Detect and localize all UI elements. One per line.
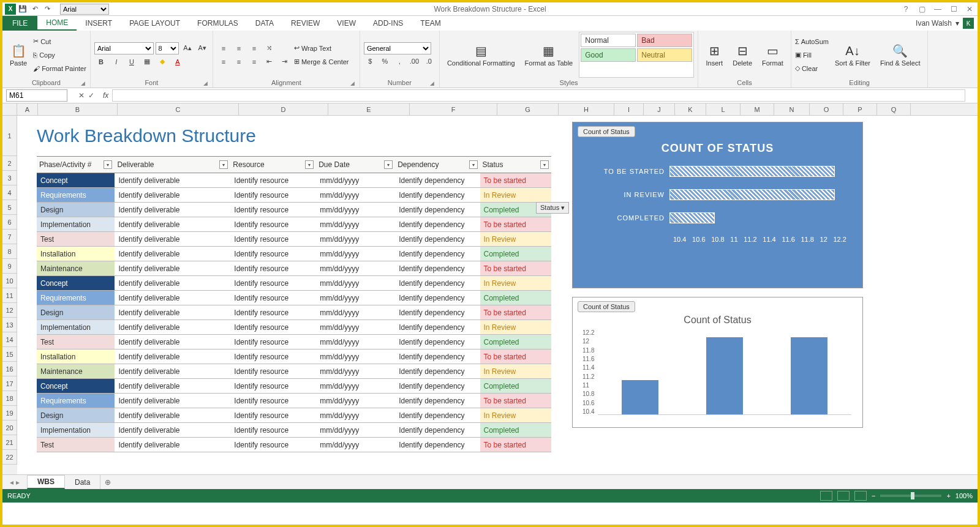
- font-color-button[interactable]: A: [171, 56, 184, 68]
- filter-icon[interactable]: ▾: [469, 160, 478, 169]
- currency-icon[interactable]: $: [364, 55, 377, 67]
- col-header[interactable]: K: [675, 103, 706, 115]
- decrease-font-icon[interactable]: A▾: [196, 42, 209, 54]
- delete-button[interactable]: ⊟Delete: [729, 32, 756, 78]
- align-bottom-icon[interactable]: ≡: [247, 42, 261, 54]
- ribbon-options-icon[interactable]: ▢: [916, 5, 927, 13]
- dialog-launcher-icon[interactable]: ◢: [350, 80, 355, 86]
- table-header[interactable]: Status▾: [480, 157, 552, 173]
- table-row[interactable]: DesignIdentify deliverableIdentify resou…: [37, 203, 551, 217]
- col-header[interactable]: G: [497, 103, 559, 115]
- tab-insert[interactable]: INSERT: [77, 16, 121, 31]
- comma-icon[interactable]: ,: [393, 55, 406, 67]
- row-header[interactable]: 17: [2, 376, 17, 391]
- format-painter-button[interactable]: 🖌Format Painter: [33, 62, 86, 75]
- tab-file[interactable]: FILE: [2, 16, 37, 31]
- filter-icon[interactable]: ▾: [219, 160, 228, 169]
- col-header[interactable]: H: [559, 103, 614, 115]
- style-neutral[interactable]: Neutral: [637, 48, 692, 62]
- add-sheet-button[interactable]: ⊕: [100, 475, 115, 489]
- maximize-icon[interactable]: ☐: [948, 5, 959, 13]
- close-icon[interactable]: ✕: [964, 5, 975, 13]
- table-row[interactable]: InstallationIdentify deliverableIdentify…: [37, 247, 551, 261]
- row-header[interactable]: 22: [2, 450, 17, 465]
- align-top-icon[interactable]: ≡: [217, 42, 230, 54]
- row-header[interactable]: 1: [2, 116, 17, 156]
- dialog-launcher-icon[interactable]: ◢: [203, 80, 208, 86]
- table-row[interactable]: MaintenanceIdentify deliverableIdentify …: [37, 261, 551, 276]
- row-header[interactable]: 9: [2, 259, 17, 274]
- wrap-text-button[interactable]: ↩Wrap Text: [294, 42, 349, 55]
- chart-count-of-status-v[interactable]: Count of Status Count of Status 12.21211…: [572, 297, 863, 428]
- cell-styles-gallery[interactable]: Normal Bad Good Neutral: [579, 32, 694, 78]
- col-header[interactable]: J: [644, 103, 675, 115]
- table-row[interactable]: MaintenanceIdentify deliverableIdentify …: [37, 364, 551, 379]
- increase-indent-icon[interactable]: ⇥: [278, 56, 292, 68]
- minimize-icon[interactable]: —: [932, 5, 943, 13]
- col-header[interactable]: L: [706, 103, 741, 115]
- cancel-formula-icon[interactable]: ✕: [78, 91, 85, 100]
- cut-button[interactable]: ✂Cut: [33, 35, 86, 48]
- tab-home[interactable]: HOME: [37, 16, 77, 31]
- col-header[interactable]: M: [741, 103, 774, 115]
- insert-button[interactable]: ⊞Insert: [702, 32, 726, 78]
- col-header[interactable]: B: [38, 103, 118, 115]
- percent-icon[interactable]: %: [379, 55, 391, 67]
- align-middle-icon[interactable]: ≡: [232, 42, 246, 54]
- tab-formulas[interactable]: FORMULAS: [189, 16, 247, 31]
- tab-page-layout[interactable]: PAGE LAYOUT: [121, 16, 189, 31]
- underline-button[interactable]: U: [125, 56, 138, 68]
- table-header[interactable]: Deliverable▾: [115, 157, 230, 173]
- qat-font-select[interactable]: Arial: [60, 4, 109, 15]
- filter-icon[interactable]: ▾: [104, 160, 112, 169]
- style-normal[interactable]: Normal: [581, 34, 636, 47]
- increase-font-icon[interactable]: A▴: [181, 42, 194, 54]
- merge-center-button[interactable]: ⊞Merge & Center: [294, 55, 349, 69]
- table-row[interactable]: RequirementsIdentify deliverableIdentify…: [37, 188, 551, 203]
- row-header[interactable]: 8: [2, 244, 17, 259]
- tab-data[interactable]: DATA: [247, 16, 282, 31]
- undo-icon[interactable]: ↶: [29, 4, 40, 15]
- italic-button[interactable]: I: [110, 56, 123, 68]
- decrease-indent-icon[interactable]: ⇤: [263, 56, 276, 68]
- table-row[interactable]: ImplementationIdentify deliverableIdenti…: [37, 423, 551, 438]
- align-right-icon[interactable]: ≡: [247, 56, 261, 68]
- tab-add-ins[interactable]: ADD-INS: [364, 16, 412, 31]
- col-header[interactable]: P: [843, 103, 877, 115]
- sheet-nav[interactable]: ◂ ▸: [2, 475, 27, 489]
- table-row[interactable]: ImplementationIdentify deliverableIdenti…: [37, 217, 551, 232]
- table-header[interactable]: Dependency▾: [395, 157, 480, 173]
- table-row[interactable]: ConceptIdentify deliverableIdentify reso…: [37, 276, 551, 291]
- col-header[interactable]: Q: [877, 103, 911, 115]
- style-bad[interactable]: Bad: [637, 34, 692, 47]
- dialog-launcher-icon[interactable]: ◢: [430, 80, 434, 86]
- filter-icon[interactable]: ▾: [540, 160, 549, 169]
- save-icon[interactable]: 💾: [17, 4, 28, 15]
- row-header[interactable]: 7: [2, 230, 17, 244]
- formula-bar[interactable]: [112, 89, 965, 102]
- zoom-out-icon[interactable]: −: [872, 492, 875, 499]
- row-header[interactable]: 18: [2, 391, 17, 406]
- col-header[interactable]: D: [239, 103, 328, 115]
- col-header[interactable]: C: [118, 103, 239, 115]
- user-area[interactable]: Ivan Walsh ▾ K: [916, 16, 974, 31]
- table-row[interactable]: TestIdentify deliverableIdentify resourc…: [37, 335, 551, 349]
- row-header[interactable]: 10: [2, 274, 17, 288]
- format-as-table-button[interactable]: ▦Format as Table: [521, 32, 577, 78]
- row-header[interactable]: 12: [2, 303, 17, 318]
- table-row[interactable]: DesignIdentify deliverableIdentify resou…: [37, 305, 551, 320]
- bold-button[interactable]: B: [94, 56, 108, 68]
- table-row[interactable]: InstallationIdentify deliverableIdentify…: [37, 349, 551, 364]
- format-button[interactable]: ▭Format: [758, 32, 787, 78]
- col-header[interactable]: F: [410, 103, 497, 115]
- row-header[interactable]: 4: [2, 185, 17, 200]
- number-format-select[interactable]: General: [364, 42, 431, 54]
- status-slicer[interactable]: Status ▾: [536, 202, 569, 214]
- select-all-corner[interactable]: [2, 103, 17, 115]
- zoom-slider[interactable]: [880, 495, 941, 497]
- page-layout-view-icon[interactable]: [837, 491, 850, 501]
- table-row[interactable]: ImplementationIdentify deliverableIdenti…: [37, 320, 551, 335]
- align-center-icon[interactable]: ≡: [232, 56, 246, 68]
- zoom-in-icon[interactable]: +: [946, 492, 950, 499]
- table-row[interactable]: RequirementsIdentify deliverableIdentify…: [37, 394, 551, 408]
